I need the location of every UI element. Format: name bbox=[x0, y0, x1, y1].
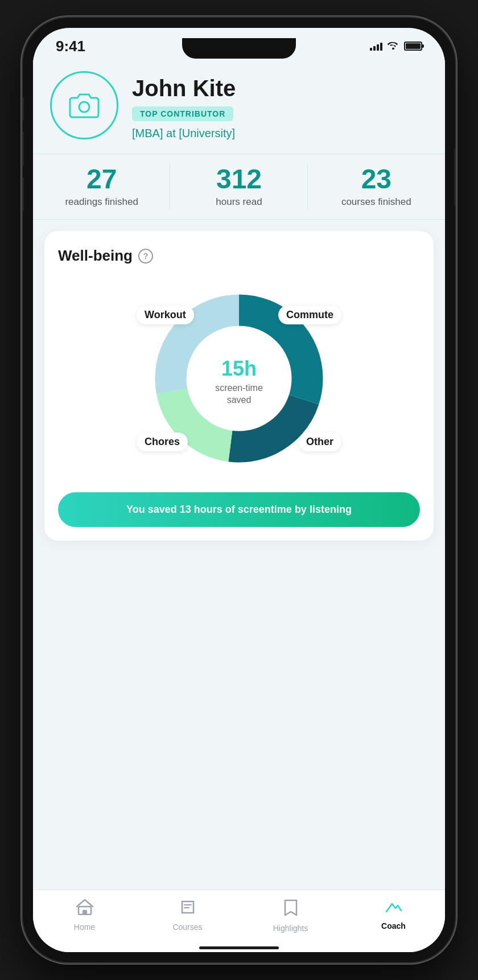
volume-down-button bbox=[23, 177, 24, 211]
other-label: Other bbox=[298, 433, 341, 451]
stat-readings: 27 readings finished bbox=[33, 154, 170, 219]
profile-name: John Kite bbox=[132, 76, 428, 101]
help-icon[interactable]: ? bbox=[138, 249, 153, 263]
wellbeing-header: Well-being ? bbox=[58, 247, 420, 265]
coach-icon bbox=[385, 899, 402, 918]
volume-up-button bbox=[23, 131, 24, 166]
nav-item-coach[interactable]: Coach bbox=[342, 899, 445, 933]
avatar[interactable] bbox=[50, 71, 118, 139]
courses-nav-label: Courses bbox=[172, 923, 202, 932]
profile-section: John Kite TOP CONTRIBUTOR [MBA] at [Univ… bbox=[33, 60, 445, 154]
stat-hours: 312 hours read bbox=[170, 154, 307, 219]
notch bbox=[182, 38, 296, 59]
wellbeing-title: Well-being bbox=[58, 247, 133, 265]
phone-screen: 9:41 bbox=[33, 28, 445, 952]
phone-frame: 9:41 bbox=[23, 18, 455, 962]
highlights-nav-label: Highlights bbox=[273, 924, 308, 933]
screen-content[interactable]: John Kite TOP CONTRIBUTOR [MBA] at [Univ… bbox=[33, 60, 445, 890]
bottom-nav: Home Courses Highlights bbox=[33, 890, 445, 946]
wellbeing-card: Well-being ? Workout Commute Chores Othe… bbox=[44, 231, 434, 541]
coach-nav-label: Coach bbox=[381, 921, 406, 930]
wellbeing-section: Well-being ? Workout Commute Chores Othe… bbox=[33, 220, 445, 552]
svg-rect-8 bbox=[83, 910, 87, 915]
nav-item-courses[interactable]: Courses bbox=[136, 899, 239, 933]
home-indicator bbox=[33, 946, 445, 952]
svg-point-0 bbox=[79, 102, 89, 112]
chart-hours-value: 15h bbox=[215, 351, 263, 380]
silent-switch bbox=[23, 97, 24, 120]
battery-icon bbox=[404, 42, 422, 51]
home-nav-label: Home bbox=[74, 923, 95, 932]
courses-label: courses finished bbox=[314, 196, 439, 208]
signal-icon bbox=[370, 42, 382, 51]
stats-row: 27 readings finished 312 hours read 23 c… bbox=[33, 154, 445, 220]
commute-label: Commute bbox=[278, 306, 341, 324]
courses-icon bbox=[180, 899, 196, 919]
home-icon bbox=[76, 899, 93, 919]
readings-number: 27 bbox=[39, 166, 164, 193]
power-button bbox=[454, 149, 455, 205]
chart-subtitle: screen-timesaved bbox=[215, 382, 263, 406]
status-time: 9:41 bbox=[56, 38, 85, 55]
nav-item-home[interactable]: Home bbox=[33, 899, 136, 933]
status-icons bbox=[370, 40, 422, 52]
top-contributor-badge: TOP CONTRIBUTOR bbox=[132, 106, 233, 121]
chores-label: Chores bbox=[137, 433, 188, 451]
workout-label: Workout bbox=[137, 306, 194, 324]
camera-icon bbox=[69, 92, 100, 118]
wifi-icon bbox=[387, 40, 399, 52]
cta-button[interactable]: You saved 13 hours of screentime by list… bbox=[58, 492, 420, 527]
chart-container: Workout Commute Chores Other bbox=[142, 282, 336, 475]
chart-center-text: 15h screen-timesaved bbox=[215, 351, 263, 406]
hours-number: 312 bbox=[176, 166, 302, 193]
profile-subtitle: [MBA] at [University] bbox=[132, 127, 428, 140]
profile-info: John Kite TOP CONTRIBUTOR [MBA] at [Univ… bbox=[132, 71, 428, 140]
hours-label: hours read bbox=[176, 196, 302, 208]
readings-label: readings finished bbox=[39, 196, 164, 208]
nav-item-highlights[interactable]: Highlights bbox=[239, 899, 342, 933]
courses-number: 23 bbox=[314, 166, 439, 193]
highlights-icon bbox=[284, 899, 298, 920]
stat-courses: 23 courses finished bbox=[308, 154, 445, 219]
